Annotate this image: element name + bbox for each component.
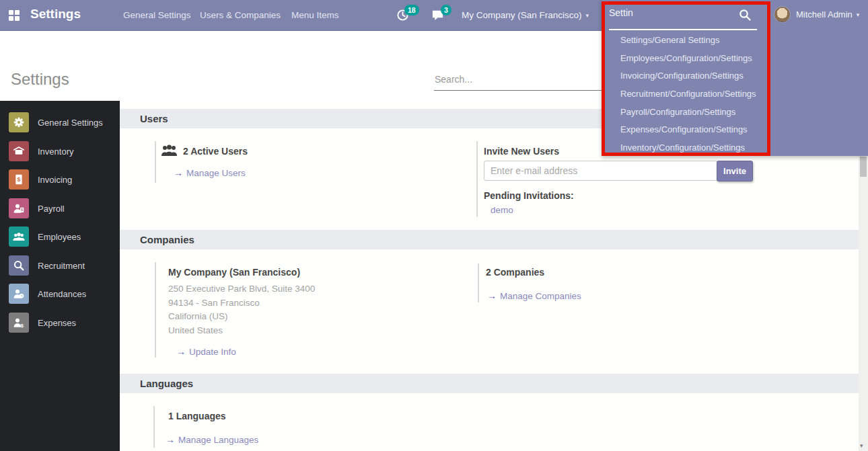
expenses-person-dollar-icon: $: [9, 313, 29, 333]
search-suggestion[interactable]: Invoicing/Configuration/Settings: [620, 71, 744, 84]
sidebar-item-recruitment[interactable]: Recruitment: [0, 251, 120, 280]
sidebar-item-payroll[interactable]: $ Payroll: [0, 194, 120, 223]
avatar: [774, 6, 791, 23]
section-header-languages: Languages: [120, 374, 859, 393]
pending-invitation-user-link[interactable]: demo: [491, 205, 513, 215]
sidebar-item-label: General Settings: [38, 118, 103, 128]
chevron-down-icon: ▾: [857, 11, 860, 18]
companies-count: 2 Companies: [486, 267, 544, 278]
gear-icon: [9, 112, 29, 132]
sidebar-item-expenses[interactable]: $ Expenses: [0, 309, 120, 337]
link-label: Manage Users: [186, 168, 246, 178]
sidebar-item-label: Invoicing: [38, 175, 72, 185]
sidebar-item-label: Payroll: [38, 204, 65, 214]
link-label: Manage Companies: [500, 291, 581, 301]
sidebar-item-label: Recruitment: [38, 261, 85, 271]
sidebar-item-inventory[interactable]: Inventory: [0, 137, 120, 166]
sidebar-item-attendances[interactable]: Attendances: [0, 280, 120, 309]
employees-group-icon: [9, 227, 29, 247]
svg-text:$: $: [21, 323, 24, 329]
user-name: Mitchell Admin: [796, 9, 853, 19]
payroll-person-icon: $: [9, 198, 29, 218]
search-underline: [609, 29, 757, 30]
setting-box-divider: [153, 406, 155, 448]
apps-menu-icon[interactable]: [9, 10, 20, 21]
manage-companies-link[interactable]: →Manage Companies: [487, 290, 581, 301]
invoice-document-icon: $: [9, 169, 29, 190]
chevron-down-icon: ▾: [586, 12, 589, 19]
company-switcher[interactable]: My Company (San Francisco)▾: [462, 10, 589, 20]
arrow-right-icon: →: [176, 346, 186, 357]
invite-button[interactable]: Invite: [717, 161, 753, 181]
company-address-line: 250 Executive Park Blvd, Suite 3400: [168, 284, 315, 294]
attendance-person-clock-icon: [9, 284, 29, 304]
company-address-line: 94134 - San Francisco: [168, 298, 260, 308]
search-suggestion[interactable]: Expenses/Configuration/Settings: [620, 124, 748, 138]
company-address-line: California (US): [168, 311, 228, 321]
sidebar-item-employees[interactable]: Employees: [0, 222, 120, 251]
search-suggestion[interactable]: Inventory/Configuration/Settings: [620, 142, 745, 156]
arrow-right-icon: →: [174, 167, 183, 178]
magnifier-icon: [9, 255, 29, 276]
users-group-icon: [161, 145, 178, 157]
section-title: Companies: [140, 234, 194, 245]
page-title: Settings: [11, 70, 69, 89]
odoo-settings-screen: Settings General Settings Users & Compan…: [0, 0, 868, 451]
nav-menu-users-companies[interactable]: Users & Companies: [200, 10, 281, 20]
setting-box-divider: [476, 141, 478, 217]
manage-users-link[interactable]: →Manage Users: [174, 167, 246, 178]
section-title: Languages: [140, 378, 193, 389]
settings-search-underline: [434, 90, 602, 91]
search-suggestion[interactable]: Payroll/Configuration/Settings: [620, 107, 735, 120]
nav-menu-general-settings[interactable]: General Settings: [123, 10, 191, 20]
app-title: Settings: [30, 7, 81, 22]
activities-badge: 18: [404, 5, 419, 15]
box-icon: [9, 141, 29, 161]
menu-search-input[interactable]: [609, 7, 750, 18]
invite-email-input[interactable]: [484, 161, 717, 181]
invite-new-users-label: Invite New Users: [484, 146, 559, 157]
messages-badge: 3: [441, 5, 451, 15]
active-users-count: 2 Active Users: [183, 146, 248, 157]
vertical-scrollbar[interactable]: ▾: [859, 153, 868, 451]
menu-search-dropdown: Settings/General Settings Employees/Conf…: [602, 0, 868, 156]
arrow-right-icon: →: [166, 434, 175, 445]
company-address-line: United States: [168, 325, 223, 335]
scrollbar-down-arrow[interactable]: ▾: [860, 442, 863, 449]
section-header-companies: Companies: [120, 230, 859, 249]
update-info-link[interactable]: →Update Info: [176, 346, 236, 357]
search-suggestion[interactable]: Recruitment/Configuration/Settings: [620, 89, 756, 102]
sidebar-item-invoicing[interactable]: $ Invoicing: [0, 165, 120, 194]
user-menu[interactable]: Mitchell Admin ▾: [774, 6, 859, 23]
company-name-label: My Company (San Francisco): [168, 267, 300, 278]
settings-sidebar: General Settings Inventory $ Invoicing $…: [0, 101, 120, 451]
arrow-right-icon: →: [487, 290, 497, 301]
sidebar-item-label: Inventory: [38, 147, 73, 157]
manage-languages-link[interactable]: →Manage Languages: [166, 434, 258, 445]
nav-menu-menu-items[interactable]: Menu Items: [291, 10, 339, 20]
search-suggestion[interactable]: Employees/Configuration/Settings: [620, 53, 752, 67]
sidebar-item-label: Attendances: [38, 289, 86, 299]
svg-text:$: $: [17, 176, 21, 183]
svg-text:$: $: [21, 208, 23, 212]
link-label: Update Info: [189, 347, 236, 357]
sidebar-item-general-settings[interactable]: General Settings: [0, 108, 120, 137]
setting-box-divider: [478, 263, 479, 302]
sidebar-item-label: Expenses: [38, 318, 76, 328]
company-name: My Company (San Francisco): [462, 10, 582, 20]
search-suggestion[interactable]: Settings/General Settings: [620, 35, 719, 48]
section-title: Users: [140, 113, 168, 124]
setting-box-divider: [155, 141, 156, 183]
scrollbar-thumb[interactable]: [860, 157, 867, 177]
setting-box-divider: [155, 262, 156, 358]
search-icon[interactable]: [739, 9, 752, 22]
pending-invitations-label: Pending Invitations:: [484, 190, 574, 201]
link-label: Manage Languages: [178, 435, 258, 445]
sidebar-item-label: Employees: [38, 232, 81, 242]
languages-count: 1 Languages: [168, 411, 226, 421]
settings-search-input[interactable]: Search...: [435, 74, 472, 85]
